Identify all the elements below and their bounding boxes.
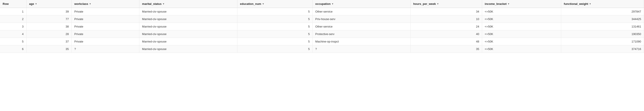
cell-education_num: 5 — [237, 30, 312, 38]
cell-functional_weight: 374716 — [561, 45, 644, 53]
resize-handle-age[interactable] — [70, 0, 71, 8]
col-header-education_num[interactable]: education_num▼ — [237, 0, 312, 8]
table-row: 635?Married-civ-spouse5?35<=50K374716 — [0, 45, 644, 53]
col-header-workclass[interactable]: workclass▼ — [72, 0, 139, 8]
cell-marital_status: Married-civ-spouse — [139, 38, 237, 45]
cell-occupation: Other-service — [312, 23, 410, 30]
cell-income_bracket: <=50K — [482, 38, 561, 45]
resize-handle-education_num[interactable] — [312, 0, 312, 8]
cell-row: 4 — [0, 30, 26, 38]
table-row: 139PrivateMarried-civ-spouse5Other-servi… — [0, 8, 644, 15]
cell-age: 28 — [26, 30, 72, 38]
cell-income_bracket: <=50K — [482, 15, 561, 23]
cell-marital_status: Married-civ-spouse — [139, 45, 237, 53]
cell-occupation: Protective-serv — [312, 30, 410, 38]
col-label-education_num: education_num — [240, 2, 261, 5]
header-row: Rowage▼workclass▼marital_status▼educatio… — [0, 0, 644, 8]
cell-functional_weight: 171090 — [561, 38, 644, 45]
resize-handle-income_bracket[interactable] — [560, 0, 561, 8]
col-header-functional_weight[interactable]: functional_weight▼ — [561, 0, 644, 8]
col-header-row[interactable]: Row — [0, 0, 26, 8]
cell-marital_status: Married-civ-spouse — [139, 30, 237, 38]
sort-icon-marital_status[interactable]: ▼ — [162, 3, 164, 5]
table-header: Rowage▼workclass▼marital_status▼educatio… — [0, 0, 644, 8]
cell-education_num: 5 — [237, 38, 312, 45]
sort-icon-occupation[interactable]: ▼ — [332, 3, 334, 5]
data-table: Rowage▼workclass▼marital_status▼educatio… — [0, 0, 644, 53]
resize-handle-functional_weight[interactable] — [643, 0, 644, 8]
cell-income_bracket: <=50K — [482, 45, 561, 53]
cell-row: 3 — [0, 23, 26, 30]
cell-functional_weight: 344425 — [561, 15, 644, 23]
main-table: Rowage▼workclass▼marital_status▼educatio… — [0, 0, 644, 53]
cell-occupation: Machine-op-inspct — [312, 38, 410, 45]
cell-hours_per_week: 10 — [410, 15, 482, 23]
sort-icon-workclass[interactable]: ▼ — [89, 3, 91, 5]
table-row: 537PrivateMarried-civ-spouse5Machine-op-… — [0, 38, 644, 45]
table-body: 139PrivateMarried-civ-spouse5Other-servi… — [0, 8, 644, 53]
col-header-occupation[interactable]: occupation▼ — [312, 0, 410, 8]
col-label-row: Row — [3, 2, 8, 5]
cell-hours_per_week: 34 — [410, 8, 482, 15]
col-header-marital_status[interactable]: marital_status▼ — [139, 0, 237, 8]
table-row: 428PrivateMarried-civ-spouse5Protective-… — [0, 30, 644, 38]
resize-handle-marital_status[interactable] — [236, 0, 237, 8]
cell-income_bracket: <=50K — [482, 23, 561, 30]
resize-handle-workclass[interactable] — [138, 0, 139, 8]
col-label-workclass: workclass — [74, 2, 88, 5]
cell-occupation: Priv-house-serv — [312, 15, 410, 23]
cell-hours_per_week: 48 — [410, 38, 482, 45]
cell-occupation: Other-service — [312, 8, 410, 15]
cell-workclass: Private — [72, 8, 139, 15]
cell-age: 37 — [26, 38, 72, 45]
cell-hours_per_week: 35 — [410, 45, 482, 53]
cell-row: 2 — [0, 15, 26, 23]
cell-education_num: 5 — [237, 15, 312, 23]
cell-marital_status: Married-civ-spouse — [139, 8, 237, 15]
cell-row: 1 — [0, 8, 26, 15]
sort-icon-education_num[interactable]: ▼ — [262, 3, 264, 5]
sort-icon-functional_weight[interactable]: ▼ — [589, 3, 591, 5]
cell-income_bracket: <=50K — [482, 30, 561, 38]
cell-education_num: 5 — [237, 8, 312, 15]
col-label-age: age — [29, 2, 34, 5]
table-row: 277PrivateMarried-civ-spouse5Priv-house-… — [0, 15, 644, 23]
cell-marital_status: Married-civ-spouse — [139, 15, 237, 23]
col-label-income_bracket: income_bracket — [485, 2, 507, 5]
table-row: 338PrivateMarried-civ-spouse5Other-servi… — [0, 23, 644, 30]
cell-education_num: 5 — [237, 23, 312, 30]
cell-hours_per_week: 24 — [410, 23, 482, 30]
sort-icon-income_bracket[interactable]: ▼ — [508, 3, 510, 5]
cell-row: 5 — [0, 38, 26, 45]
cell-workclass: ? — [72, 45, 139, 53]
cell-workclass: Private — [72, 38, 139, 45]
resize-handle-row[interactable] — [26, 0, 26, 8]
sort-icon-hours_per_week[interactable]: ▼ — [436, 3, 439, 5]
cell-age: 77 — [26, 15, 72, 23]
col-label-functional_weight: functional_weight — [564, 2, 588, 5]
cell-age: 35 — [26, 45, 72, 53]
col-label-hours_per_week: hours_per_week — [413, 2, 436, 5]
cell-occupation: ? — [312, 45, 410, 53]
cell-functional_weight: 297847 — [561, 8, 644, 15]
col-label-occupation: occupation — [315, 2, 330, 5]
cell-education_num: 5 — [237, 45, 312, 53]
cell-functional_weight: 131461 — [561, 23, 644, 30]
col-header-income_bracket[interactable]: income_bracket▼ — [482, 0, 561, 8]
cell-age: 39 — [26, 8, 72, 15]
resize-handle-hours_per_week[interactable] — [481, 0, 482, 8]
col-header-hours_per_week[interactable]: hours_per_week▼ — [410, 0, 482, 8]
cell-row: 6 — [0, 45, 26, 53]
col-header-age[interactable]: age▼ — [26, 0, 72, 8]
sort-icon-age[interactable]: ▼ — [35, 3, 37, 5]
resize-handle-occupation[interactable] — [410, 0, 410, 8]
cell-workclass: Private — [72, 23, 139, 30]
cell-workclass: Private — [72, 30, 139, 38]
cell-functional_weight: 190350 — [561, 30, 644, 38]
cell-age: 38 — [26, 23, 72, 30]
col-label-marital_status: marital_status — [142, 2, 162, 5]
cell-marital_status: Married-civ-spouse — [139, 23, 237, 30]
cell-income_bracket: <=50K — [482, 8, 561, 15]
cell-workclass: Private — [72, 15, 139, 23]
cell-hours_per_week: 40 — [410, 30, 482, 38]
